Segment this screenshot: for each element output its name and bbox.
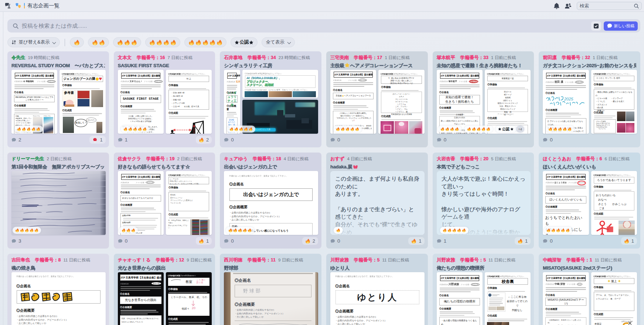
svg-text:2025: 2025 — [564, 97, 573, 101]
svg-text:20: 20 — [192, 306, 195, 309]
